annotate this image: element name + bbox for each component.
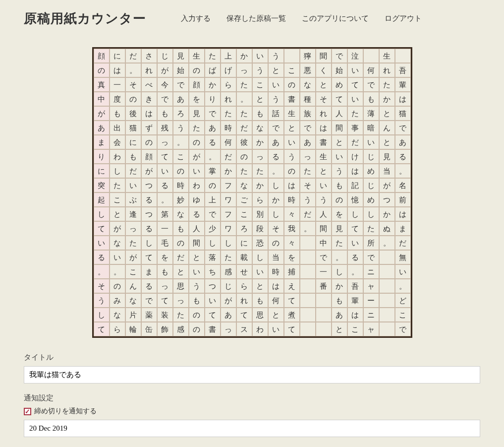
grid-cell: わ xyxy=(110,149,125,164)
grid-cell: と xyxy=(268,308,284,322)
grid-cell: 。 xyxy=(236,92,252,106)
grid-cell: う xyxy=(332,164,347,178)
grid-cell: せ xyxy=(236,264,252,279)
grid-cell: 。 xyxy=(205,149,221,164)
grid-cell: ん xyxy=(379,121,395,135)
grid-cell: ら xyxy=(110,322,125,336)
grid-cell: を xyxy=(332,207,347,221)
grid-cell: の xyxy=(284,164,300,178)
grid-cell: れ xyxy=(236,293,252,308)
grid-cell: こ xyxy=(236,207,252,221)
grid-cell: だ xyxy=(347,135,363,149)
nav-input[interactable]: 入力する xyxy=(181,14,211,23)
grid-cell: の xyxy=(189,135,205,149)
deadline-input[interactable] xyxy=(24,420,480,437)
grid-cell xyxy=(379,264,395,279)
grid-cell: う xyxy=(173,121,189,135)
grid-cell: い xyxy=(363,135,379,149)
grid-cell: と xyxy=(316,77,332,92)
grid-cell: っ xyxy=(157,135,173,149)
grid-cell: な xyxy=(125,293,141,308)
grid-cell: ら xyxy=(236,279,252,293)
grid-cell xyxy=(395,49,411,63)
grid-cell: は xyxy=(347,164,363,178)
nav-saved-list[interactable]: 保存した原稿一覧 xyxy=(226,14,286,23)
grid-cell: も xyxy=(252,293,268,308)
grid-cell: も xyxy=(189,293,205,308)
nav-logout[interactable]: ログアウト xyxy=(385,14,422,23)
checkbox-icon[interactable]: ✓ xyxy=(24,408,31,415)
grid-cell: る xyxy=(141,279,157,293)
grid-cell: が xyxy=(221,293,236,308)
grid-cell: っ xyxy=(236,63,252,77)
grid-cell: は xyxy=(395,92,411,106)
grid-cell: が xyxy=(189,149,205,164)
grid-cell: 生 xyxy=(379,49,395,63)
grid-cell: こ xyxy=(347,322,363,336)
grid-cell: 生 xyxy=(316,149,332,164)
grid-cell xyxy=(300,308,316,322)
grid-cell: ぶ xyxy=(125,192,141,207)
grid-cell: て xyxy=(94,322,110,336)
grid-cell: あ xyxy=(268,135,284,149)
grid-cell: も xyxy=(125,149,141,164)
grid-cell: に xyxy=(94,164,110,178)
grid-cell: た xyxy=(300,164,316,178)
grid-cell: で xyxy=(205,106,221,121)
grid-cell: そ xyxy=(125,77,141,92)
grid-cell: た xyxy=(236,77,252,92)
grid-cell: っ xyxy=(125,221,141,236)
grid-cell: し xyxy=(110,164,125,178)
grid-cell: ど xyxy=(395,293,411,308)
grid-cell: わ xyxy=(189,178,205,192)
grid-cell: い xyxy=(252,264,268,279)
title-input[interactable] xyxy=(24,366,480,383)
grid-cell: の xyxy=(189,308,205,322)
grid-cell: フ xyxy=(221,178,236,192)
grid-cell: 人 xyxy=(316,207,332,221)
grid-cell: が xyxy=(94,106,110,121)
grid-cell: ち xyxy=(205,264,221,279)
grid-cell: な xyxy=(252,121,268,135)
grid-cell: 顔 xyxy=(94,49,110,63)
grid-cell: し xyxy=(221,236,236,250)
grid-cell xyxy=(300,250,316,264)
grid-cell: の xyxy=(94,63,110,77)
grid-cell: て xyxy=(284,293,300,308)
grid-cell: 名 xyxy=(395,178,411,192)
grid-cell: い xyxy=(252,49,268,63)
grid-cell: つ xyxy=(379,192,395,207)
grid-cell: い xyxy=(268,77,284,92)
grid-cell xyxy=(300,264,316,279)
grid-cell: 書 xyxy=(316,135,332,149)
grid-cell: つ xyxy=(205,279,221,293)
grid-cell: う xyxy=(284,149,300,164)
grid-cell: の xyxy=(236,149,252,164)
grid-cell: も xyxy=(157,264,173,279)
grid-cell: ば xyxy=(205,63,221,77)
grid-cell: し xyxy=(268,178,284,192)
grid-cell: て xyxy=(157,149,173,164)
grid-cell: る xyxy=(395,149,411,164)
deadline-checkbox-row[interactable]: ✓ 締め切りを通知する xyxy=(24,407,480,416)
grid-cell: 見 xyxy=(189,106,205,121)
nav-about[interactable]: このアプリについて xyxy=(302,14,369,23)
grid-cell: な xyxy=(236,178,252,192)
grid-cell: み xyxy=(110,293,125,308)
grid-cell: い xyxy=(347,63,363,77)
grid-cell: 始 xyxy=(332,63,347,77)
grid-cell: そ xyxy=(300,178,316,192)
grid-cell: 片 xyxy=(125,308,141,322)
grid-cell: 。 xyxy=(332,250,347,264)
grid-cell: 煮 xyxy=(284,308,300,322)
grid-cell: 間 xyxy=(316,221,332,236)
grid-cell: 種 xyxy=(300,92,316,106)
grid-cell: 別 xyxy=(252,207,268,221)
grid-cell: に xyxy=(110,49,125,63)
grid-cell: 書 xyxy=(205,322,221,336)
grid-cell: 時 xyxy=(284,192,300,207)
grid-cell: し xyxy=(363,207,379,221)
grid-cell: え xyxy=(284,279,300,293)
grid-cell: 出 xyxy=(110,121,125,135)
grid-cell: こ xyxy=(110,192,125,207)
